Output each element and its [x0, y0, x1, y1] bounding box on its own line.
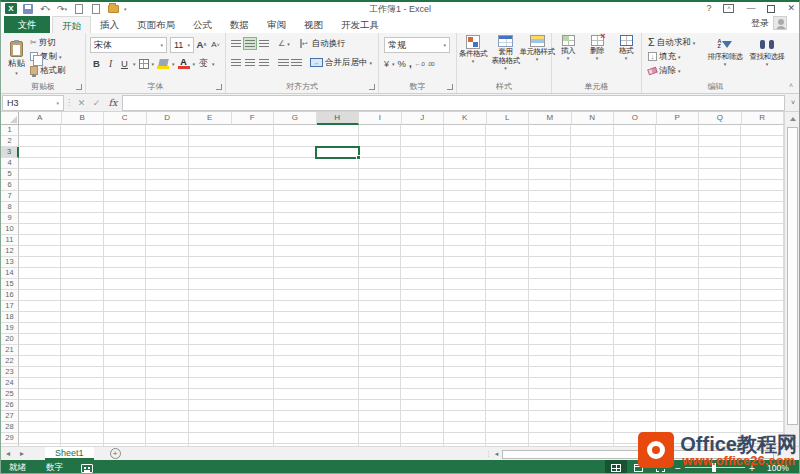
column-header-Q[interactable]: Q: [699, 112, 742, 125]
formula-expand-icon[interactable]: ˅: [787, 99, 799, 106]
conditional-formatting-button[interactable]: 条件格式▾: [457, 35, 489, 63]
alignment-dialog-launcher-icon[interactable]: [369, 84, 375, 90]
formula-input[interactable]: [122, 95, 785, 111]
row-header-7[interactable]: 7: [1, 191, 19, 202]
comma-icon[interactable]: ,: [409, 58, 412, 69]
collapse-ribbon-icon[interactable]: ˄: [789, 82, 793, 89]
row-header-8[interactable]: 8: [1, 202, 19, 213]
vertical-scrollbar[interactable]: [784, 112, 800, 446]
tab-插入[interactable]: 插入: [91, 16, 128, 33]
row-header-9[interactable]: 9: [1, 213, 19, 224]
row-header-25[interactable]: 25: [1, 389, 19, 400]
bold-button[interactable]: B: [91, 57, 102, 71]
wrap-text-icon[interactable]: ↩: [300, 39, 310, 48]
column-header-K[interactable]: K: [444, 112, 487, 125]
format-as-table-button[interactable]: 套用 表格格式▾: [490, 35, 521, 70]
row-header-1[interactable]: 1: [1, 125, 19, 136]
align-bottom-icon[interactable]: [258, 38, 270, 49]
row-header-24[interactable]: 24: [1, 378, 19, 389]
close-icon[interactable]: ✕: [787, 2, 795, 15]
number-format-select[interactable]: 常规▾: [384, 37, 450, 53]
scroll-up-icon[interactable]: [785, 112, 800, 126]
increase-decimal-icon[interactable]: ←.0: [415, 61, 425, 67]
decrease-decimal-icon[interactable]: .00: [427, 61, 434, 67]
keyboard-icon[interactable]: [81, 464, 93, 473]
cell-styles-button[interactable]: 单元格样式▾: [522, 35, 552, 61]
font-dialog-launcher-icon[interactable]: [216, 84, 222, 90]
sheet-tab-sheet1[interactable]: Sheet1: [45, 447, 94, 460]
row-header-19[interactable]: 19: [1, 323, 19, 334]
tab-file[interactable]: 文件: [4, 16, 50, 33]
phonetic-guide-icon[interactable]: 变: [198, 57, 209, 71]
merge-center-icon[interactable]: ↔: [310, 58, 323, 67]
font-name-select[interactable]: 宋体▾: [90, 37, 167, 53]
delete-cells-button[interactable]: 删除▾: [583, 35, 611, 60]
row-header-17[interactable]: 17: [1, 301, 19, 312]
column-header-O[interactable]: O: [614, 112, 657, 125]
cells-area[interactable]: [19, 125, 784, 446]
tab-公式[interactable]: 公式: [184, 16, 221, 33]
tab-开发工具[interactable]: 开发工具: [332, 16, 388, 33]
row-header-15[interactable]: 15: [1, 279, 19, 290]
avatar[interactable]: [773, 16, 787, 30]
column-header-R[interactable]: R: [742, 112, 785, 125]
sheet-nav-right-icon[interactable]: ▸: [15, 449, 29, 458]
row-header-29[interactable]: 29: [1, 433, 19, 444]
orientation-icon[interactable]: ∠: [278, 39, 285, 48]
align-center-icon[interactable]: [244, 57, 256, 68]
paste-button[interactable]: 粘贴▾: [4, 35, 29, 81]
column-header-P[interactable]: P: [657, 112, 700, 125]
column-header-A[interactable]: A: [19, 112, 62, 125]
align-middle-icon[interactable]: [244, 38, 256, 49]
fill-color-icon[interactable]: [157, 59, 169, 69]
column-header-D[interactable]: D: [147, 112, 190, 125]
row-header-21[interactable]: 21: [1, 345, 19, 356]
row-header-20[interactable]: 20: [1, 334, 19, 345]
minimize-icon[interactable]: —: [746, 2, 755, 15]
borders-icon[interactable]: [139, 59, 149, 69]
scroll-left-icon[interactable]: ◂: [491, 449, 502, 459]
format-painter-button[interactable]: 格式刷: [30, 64, 66, 77]
column-header-C[interactable]: C: [104, 112, 147, 125]
row-header-16[interactable]: 16: [1, 290, 19, 301]
column-header-F[interactable]: F: [232, 112, 275, 125]
select-all-corner[interactable]: [1, 112, 19, 125]
tab-审阅[interactable]: 审阅: [258, 16, 295, 33]
enter-icon[interactable]: ✓: [89, 98, 104, 108]
increase-indent-icon[interactable]: [291, 58, 302, 67]
clear-button[interactable]: 清除▾: [648, 64, 681, 77]
percent-icon[interactable]: %: [398, 58, 406, 69]
row-header-3[interactable]: 3: [1, 147, 19, 158]
column-header-H[interactable]: H: [317, 112, 360, 125]
copy-button[interactable]: 复制▾: [30, 50, 62, 63]
tab-页面布局[interactable]: 页面布局: [128, 16, 184, 33]
insert-function-icon[interactable]: fx: [104, 97, 122, 108]
fill-button[interactable]: ↓填充▾: [648, 50, 681, 63]
align-left-icon[interactable]: [230, 57, 242, 68]
decrease-indent-icon[interactable]: [278, 58, 289, 67]
row-header-10[interactable]: 10: [1, 224, 19, 235]
number-dialog-launcher-icon[interactable]: [447, 84, 453, 90]
insert-cells-button[interactable]: 插入▾: [554, 35, 582, 60]
row-header-27[interactable]: 27: [1, 411, 19, 422]
column-header-E[interactable]: E: [189, 112, 232, 125]
align-top-icon[interactable]: [230, 38, 242, 49]
underline-button[interactable]: U: [119, 57, 130, 71]
sheet-nav-left-icon[interactable]: ◂: [1, 449, 15, 458]
cancel-icon[interactable]: ✕: [74, 98, 89, 108]
format-cells-button[interactable]: 格式▾: [612, 35, 640, 60]
grow-font-icon[interactable]: A˄: [196, 38, 207, 52]
row-header-26[interactable]: 26: [1, 400, 19, 411]
column-header-M[interactable]: M: [529, 112, 572, 125]
row-header-23[interactable]: 23: [1, 367, 19, 378]
align-right-icon[interactable]: [258, 57, 270, 68]
add-sheet-icon[interactable]: +: [110, 448, 121, 459]
help-icon[interactable]: ?: [706, 2, 711, 15]
row-header-12[interactable]: 12: [1, 246, 19, 257]
column-header-N[interactable]: N: [572, 112, 615, 125]
accounting-format-icon[interactable]: ¥: [384, 59, 389, 69]
row-header-13[interactable]: 13: [1, 257, 19, 268]
merge-center-label[interactable]: 合并后居中: [325, 57, 368, 69]
cut-button[interactable]: ✂剪切: [30, 36, 56, 49]
row-header-28[interactable]: 28: [1, 422, 19, 433]
